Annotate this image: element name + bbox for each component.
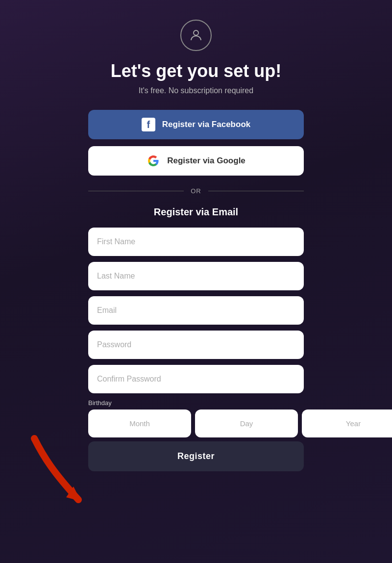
page-title: Let's get you set up! <box>111 61 282 81</box>
birthday-inputs <box>88 409 392 437</box>
day-input[interactable] <box>195 409 298 437</box>
email-section-title: Register via Email <box>154 206 238 218</box>
google-register-button[interactable]: Register via Google <box>88 146 304 176</box>
google-button-label: Register via Google <box>167 156 245 166</box>
divider-text: OR <box>191 187 201 195</box>
page-subtitle: It's free. No subscription required <box>139 86 253 95</box>
avatar-icon <box>180 20 212 51</box>
month-input[interactable] <box>88 409 191 437</box>
email-input[interactable] <box>88 296 304 325</box>
facebook-register-button[interactable]: f Register via Facebook <box>88 110 304 139</box>
birthday-section: Birthday <box>88 399 392 437</box>
facebook-icon: f <box>142 118 155 131</box>
confirm-password-input[interactable] <box>88 365 304 393</box>
svg-point-0 <box>194 30 198 35</box>
register-button-label: Register <box>177 451 215 461</box>
register-button[interactable]: Register <box>88 441 304 471</box>
arrow-annotation <box>15 429 93 509</box>
or-divider: OR <box>88 187 304 195</box>
birthday-gender-row: Birthday Gender Male Female Other <box>88 399 304 437</box>
birthday-label: Birthday <box>88 399 392 407</box>
first-name-input[interactable] <box>88 228 304 256</box>
last-name-input[interactable] <box>88 262 304 290</box>
year-input[interactable] <box>302 409 392 437</box>
registration-form: Birthday Gender Male Female Other <box>88 228 304 437</box>
password-input[interactable] <box>88 331 304 359</box>
facebook-button-label: Register via Facebook <box>162 120 250 129</box>
google-icon <box>147 154 160 168</box>
